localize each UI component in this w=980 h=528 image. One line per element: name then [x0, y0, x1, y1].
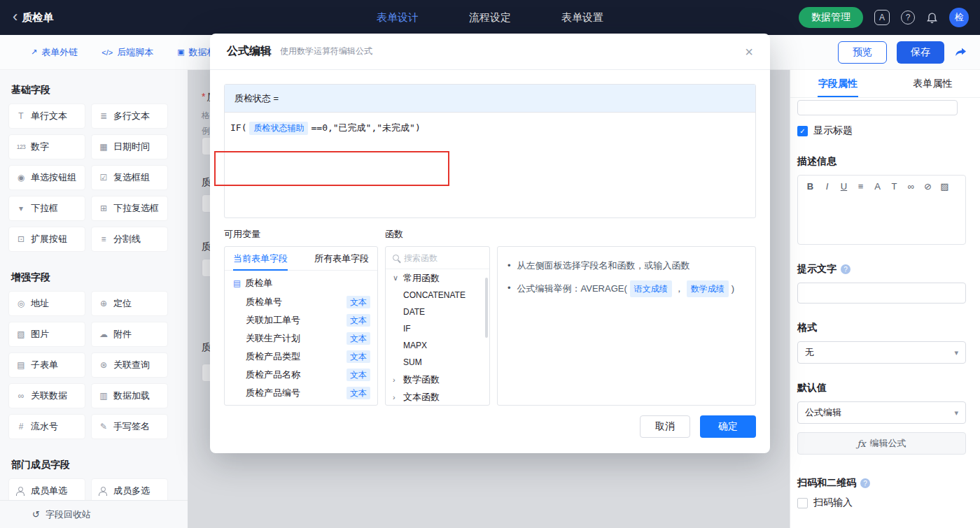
field-button-divider[interactable]: ≡分割线 — [91, 227, 168, 252]
function-group-math[interactable]: › 数学函数 — [386, 371, 489, 388]
field-button-dropdown[interactable]: ▾下拉框 — [8, 196, 85, 221]
insert-image-icon[interactable]: ▨ — [939, 181, 950, 192]
function-item[interactable]: IF — [386, 320, 489, 337]
function-item[interactable]: DATE — [386, 304, 489, 320]
tab-field-properties[interactable]: 字段属性 — [790, 70, 886, 97]
field-button-multi-dropdown[interactable]: ⊞下拉复选框 — [91, 196, 168, 221]
field-button-linked-query[interactable]: ⊛关联查询 — [91, 352, 168, 378]
form-tree-root[interactable]: ▤ 质检单 — [225, 273, 377, 293]
field-row[interactable]: 质检产品类型文本 — [225, 348, 377, 366]
field-button-linked-data[interactable]: ∞关联数据 — [8, 383, 85, 408]
modal-body: 质检状态 = IF(质检状态辅助==0,"已完成","未完成") 可用变量 函数… — [210, 70, 770, 420]
function-group-text[interactable]: › 文本函数 — [386, 388, 489, 406]
variables-label: 可用变量 — [224, 228, 385, 241]
share-icon[interactable] — [954, 46, 967, 58]
divider-icon: ≡ — [98, 234, 109, 244]
unlink-icon[interactable]: ⊘ — [923, 181, 933, 192]
field-button-multi-line-text[interactable]: ≣多行文本 — [91, 104, 168, 129]
help-icon[interactable]: ? — [860, 478, 870, 488]
field-button-checkbox-group[interactable]: ☑复选框组 — [91, 165, 168, 190]
field-row[interactable]: 关联生产计划文本 — [225, 329, 377, 348]
function-search-input[interactable] — [404, 253, 474, 263]
field-button-number[interactable]: 123数字 — [8, 134, 85, 159]
editor-toolbar: B I U ≡ A T ∞ ⊘ ▨ — [798, 176, 965, 197]
font-color-icon[interactable]: A — [872, 181, 883, 192]
scan-input-checkbox[interactable] — [797, 498, 808, 508]
data-manage-button[interactable]: 数据管理 — [799, 7, 863, 28]
tab-current-form-fields[interactable]: 当前表单字段 — [233, 247, 288, 270]
description-editor[interactable]: B I U ≡ A T ∞ ⊘ ▨ — [797, 175, 966, 245]
field-row[interactable]: 质检产品编号文本 — [225, 384, 377, 402]
chevron-down-icon: ▾ — [954, 408, 958, 418]
tab-form-properties[interactable]: 表单属性 — [886, 70, 980, 97]
form-external-link-button[interactable]: ↗ 表单外链 — [31, 46, 78, 59]
field-button-extend-button[interactable]: ⊡扩展按钮 — [8, 227, 85, 252]
help-icon[interactable]: ? — [841, 264, 850, 274]
avatar[interactable]: 检 — [949, 8, 969, 27]
close-icon[interactable]: × — [745, 45, 753, 59]
extend-button-icon: ⊡ — [15, 234, 27, 244]
field-button-address[interactable]: ◎地址 — [8, 291, 85, 316]
function-group-common[interactable]: ∨ 常用函数 — [386, 269, 489, 287]
properties-panel: 字段属性 表单属性 ✓ 显示标题 描述信息 B I U ≡ A T ∞ ⊘ ▨ … — [790, 70, 980, 528]
field-row[interactable]: 质检单号文本 — [225, 293, 377, 311]
field-button-image[interactable]: ▧图片 — [8, 322, 85, 347]
default-value-select[interactable]: 公式编辑 ▾ — [797, 401, 966, 424]
field-button-attachment[interactable]: ☁附件 — [91, 322, 168, 347]
backend-script-button[interactable]: </> 后端脚本 — [102, 46, 153, 59]
function-item[interactable]: MAPX — [386, 337, 489, 354]
field-button-location[interactable]: ⊕定位 — [91, 291, 168, 316]
function-search — [386, 247, 489, 269]
bold-icon[interactable]: B — [805, 181, 816, 192]
field-row[interactable]: 质检产品名称文本 — [225, 366, 377, 384]
cancel-button[interactable]: 取消 — [640, 415, 690, 438]
chevron-down-icon: ∨ — [393, 273, 399, 283]
field-row[interactable]: 关联加工单号文本 — [225, 311, 377, 329]
partial-select[interactable] — [797, 100, 958, 115]
preview-button[interactable]: 预览 — [838, 41, 887, 64]
multi-dropdown-icon: ⊞ — [98, 204, 109, 213]
save-button[interactable]: 保存 — [897, 41, 944, 64]
tips-panel: • 从左侧面板选择字段名和函数，或输入函数 • 公式编辑举例：AVERAGE(语… — [497, 246, 756, 406]
field-button-datetime[interactable]: ▦日期时间 — [91, 134, 168, 159]
tab-form-design[interactable]: 表单设计 — [377, 11, 419, 24]
field-button-signature[interactable]: ✎手写签名 — [91, 414, 168, 439]
show-title-checkbox[interactable]: ✓ — [797, 126, 808, 136]
help-icon[interactable]: ? — [901, 10, 915, 24]
field-button-data-load[interactable]: ▥数据加载 — [91, 383, 168, 408]
translate-icon[interactable]: A — [874, 10, 890, 25]
field-button-single-line-text[interactable]: T单行文本 — [8, 104, 85, 129]
tab-flow-settings[interactable]: 流程设定 — [469, 11, 511, 24]
field-button-subform[interactable]: ▤子表单 — [8, 352, 85, 378]
field-label: 成员多选 — [113, 485, 150, 497]
tip-text: 从左侧面板选择字段名和函数，或输入函数 — [517, 258, 690, 273]
tab-form-settings[interactable]: 表单设置 — [561, 11, 603, 24]
font-size-icon[interactable]: T — [889, 181, 899, 192]
formula-input-area[interactable]: IF(质检状态辅助==0,"已完成","未完成") — [225, 113, 755, 217]
underline-icon[interactable]: U — [839, 181, 849, 192]
function-item[interactable]: SUM — [386, 354, 489, 371]
functions-label: 函数 — [385, 228, 403, 241]
tab-all-form-fields[interactable]: 所有表单字段 — [314, 247, 369, 270]
hint-text-input[interactable] — [797, 283, 966, 304]
format-select[interactable]: 无 ▾ — [797, 341, 966, 364]
field-label: 数字 — [31, 141, 49, 153]
field-recycle-bin[interactable]: ↺ 字段回收站 — [0, 500, 188, 528]
field-label: 流水号 — [31, 420, 58, 433]
scan-input-label: 扫码输入 — [813, 497, 853, 509]
data-load-icon: ▥ — [98, 391, 109, 401]
edit-formula-button[interactable]: ƒx 编辑公式 — [797, 432, 966, 455]
bell-icon[interactable] — [926, 12, 938, 24]
align-icon[interactable]: ≡ — [855, 181, 866, 192]
link-icon[interactable]: ∞ — [906, 181, 916, 192]
italic-icon[interactable]: I — [822, 181, 832, 192]
field-label: 附件 — [113, 328, 132, 341]
back-icon[interactable]: ‹ — [13, 9, 18, 24]
data-permission-icon: ▣ — [177, 48, 184, 57]
confirm-button[interactable]: 确定 — [700, 415, 756, 438]
function-item[interactable]: CONCATENATE — [386, 287, 489, 304]
scrollbar-thumb[interactable] — [485, 278, 488, 338]
field-button-radio-group[interactable]: ◉单选按钮组 — [8, 165, 85, 190]
field-button-serial-number[interactable]: #流水号 — [8, 414, 85, 439]
field-tag[interactable]: 质检状态辅助 — [249, 122, 308, 135]
